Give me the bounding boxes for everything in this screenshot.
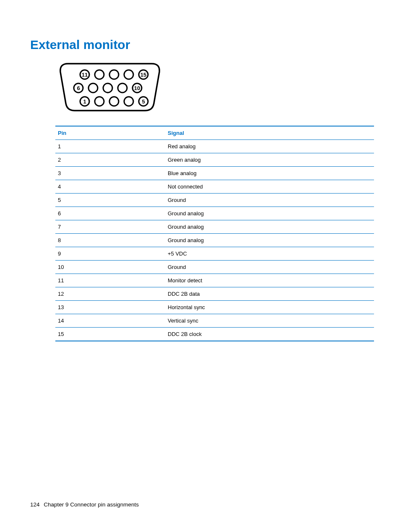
cell-pin: 9 xyxy=(55,247,165,261)
pin-label-15: 15 xyxy=(140,72,146,78)
cell-signal: Ground xyxy=(165,194,374,207)
table-row: 10Ground xyxy=(55,261,374,274)
pin-assignment-table: Pin Signal 1Red analog2Green analog3Blue… xyxy=(55,126,374,341)
table-row: 14Vertical sync xyxy=(55,314,374,328)
svg-point-13 xyxy=(124,97,133,106)
header-pin: Pin xyxy=(55,126,165,140)
header-signal: Signal xyxy=(165,126,374,140)
svg-point-6 xyxy=(88,83,98,93)
cell-signal: Not connected xyxy=(165,180,374,194)
cell-signal: Ground analog xyxy=(165,220,374,234)
table-row: 13Horizontal sync xyxy=(55,301,374,314)
cell-pin: 5 xyxy=(55,194,165,207)
cell-signal: Ground analog xyxy=(165,234,374,247)
connector-diagram: 11 15 6 10 1 5 xyxy=(55,59,370,114)
cell-signal: Vertical sync xyxy=(165,314,374,328)
table-row: 9+5 VDC xyxy=(55,247,374,261)
table-row: 1Red analog xyxy=(55,140,374,153)
cell-pin: 11 xyxy=(55,274,165,287)
table-row: 8Ground analog xyxy=(55,234,374,247)
cell-pin: 10 xyxy=(55,261,165,274)
pin-label-10: 10 xyxy=(134,85,140,91)
cell-pin: 1 xyxy=(55,140,165,153)
cell-signal: Blue analog xyxy=(165,167,374,180)
svg-point-3 xyxy=(124,70,133,79)
svg-point-2 xyxy=(109,70,119,79)
svg-point-7 xyxy=(103,83,112,93)
table-row: 5Ground xyxy=(55,194,374,207)
table-row: 6Ground analog xyxy=(55,207,374,220)
cell-pin: 15 xyxy=(55,328,165,341)
cell-pin: 13 xyxy=(55,301,165,314)
page-number: 124 xyxy=(30,501,40,508)
cell-pin: 7 xyxy=(55,220,165,234)
table-row: 12DDC 2B data xyxy=(55,287,374,301)
cell-signal: Ground analog xyxy=(165,207,374,220)
cell-pin: 2 xyxy=(55,153,165,167)
cell-pin: 8 xyxy=(55,234,165,247)
chapter-label: Chapter 9 Connector pin assignments xyxy=(44,501,139,508)
cell-pin: 4 xyxy=(55,180,165,194)
table-row: 7Ground analog xyxy=(55,220,374,234)
cell-signal: +5 VDC xyxy=(165,247,374,261)
page-title: External monitor xyxy=(30,38,370,52)
table-row: 11Monitor detect xyxy=(55,274,374,287)
cell-pin: 3 xyxy=(55,167,165,180)
page-footer: 124 Chapter 9 Connector pin assignments xyxy=(30,501,139,508)
table-row: 3Blue analog xyxy=(55,167,374,180)
pin-label-5: 5 xyxy=(142,98,145,105)
pin-label-11: 11 xyxy=(82,72,88,78)
cell-signal: DDC 2B data xyxy=(165,287,374,301)
cell-signal: Horizontal sync xyxy=(165,301,374,314)
svg-point-8 xyxy=(118,83,127,93)
table-row: 4Not connected xyxy=(55,180,374,194)
cell-pin: 6 xyxy=(55,207,165,220)
cell-pin: 14 xyxy=(55,314,165,328)
pin-label-1: 1 xyxy=(83,98,86,105)
vga-connector-icon: 11 15 6 10 1 5 xyxy=(55,59,164,114)
cell-signal: Red analog xyxy=(165,140,374,153)
pin-label-6: 6 xyxy=(77,85,80,91)
cell-signal: DDC 2B clock xyxy=(165,328,374,341)
table-row: 2Green analog xyxy=(55,153,374,167)
cell-signal: Ground xyxy=(165,261,374,274)
cell-pin: 12 xyxy=(55,287,165,301)
svg-point-12 xyxy=(109,97,119,106)
cell-signal: Green analog xyxy=(165,153,374,167)
cell-signal: Monitor detect xyxy=(165,274,374,287)
table-row: 15DDC 2B clock xyxy=(55,328,374,341)
svg-point-1 xyxy=(95,70,104,79)
svg-point-11 xyxy=(95,97,104,106)
table-header-row: Pin Signal xyxy=(55,126,374,140)
